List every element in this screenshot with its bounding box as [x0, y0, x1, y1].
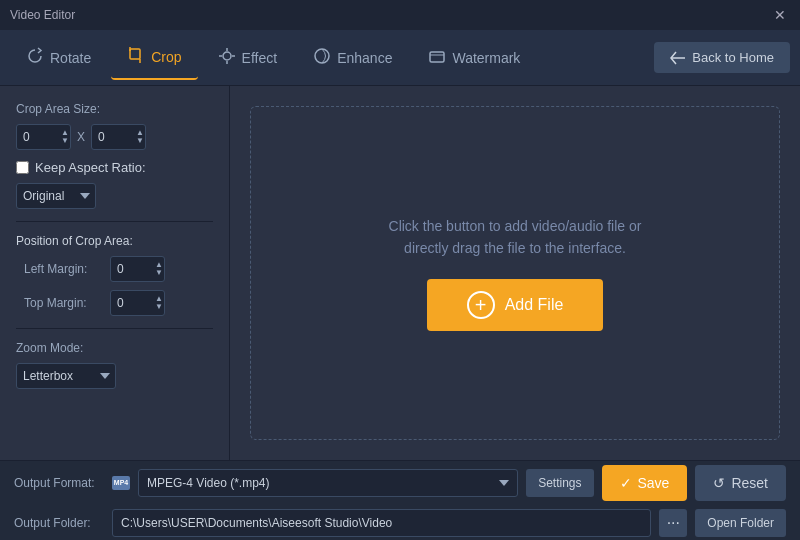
keep-aspect-checkbox[interactable]	[16, 161, 29, 174]
dots-icon: ···	[667, 514, 680, 532]
save-label: Save	[638, 475, 670, 491]
check-icon: ✓	[620, 475, 632, 491]
tabbar: Rotate Crop Effect Enhance Watermark Bac…	[0, 30, 800, 86]
enhance-icon	[313, 47, 331, 69]
main-content: Crop Area Size: ▲ ▼ X ▲ ▼ Keep Aspect Ra…	[0, 86, 800, 460]
svg-point-3	[223, 52, 231, 60]
top-margin-label: Top Margin:	[24, 296, 104, 310]
refresh-icon: ↺	[713, 475, 725, 491]
position-label: Position of Crop Area:	[16, 234, 213, 248]
left-margin-row: Left Margin: ▲ ▼	[16, 256, 213, 282]
keep-aspect-label: Keep Aspect Ratio:	[35, 160, 146, 175]
zoom-select-row: Letterbox	[16, 363, 213, 389]
tab-effect-label: Effect	[242, 50, 278, 66]
crop-width-spinners: ▲ ▼	[61, 126, 69, 148]
plus-circle-icon: +	[467, 291, 495, 319]
svg-rect-0	[130, 49, 140, 59]
back-button-label: Back to Home	[692, 50, 774, 65]
tab-enhance-label: Enhance	[337, 50, 392, 66]
folder-label: Output Folder:	[14, 516, 104, 530]
keep-aspect-row: Keep Aspect Ratio:	[16, 160, 213, 175]
add-file-button[interactable]: + Add File	[427, 279, 604, 331]
tab-rotate[interactable]: Rotate	[10, 36, 107, 80]
format-select[interactable]: MPEG-4 Video (*.mp4)	[138, 469, 518, 497]
effect-icon	[218, 47, 236, 69]
app-title: Video Editor	[10, 8, 75, 22]
open-folder-label: Open Folder	[707, 516, 774, 530]
tab-watermark[interactable]: Watermark	[412, 36, 536, 80]
drop-text: Click the button to add video/audio file…	[389, 215, 642, 260]
left-margin-wrapper: ▲ ▼	[110, 256, 165, 282]
crop-height-wrapper: ▲ ▼	[91, 124, 146, 150]
folder-path-input[interactable]	[112, 509, 651, 537]
mp4-icon: MP4	[112, 476, 130, 490]
browse-folder-button[interactable]: ···	[659, 509, 687, 537]
format-label: Output Format:	[14, 476, 104, 490]
zoom-mode-label: Zoom Mode:	[16, 341, 213, 355]
right-panel: Click the button to add video/audio file…	[230, 86, 800, 460]
aspect-ratio-select[interactable]: Original	[16, 183, 96, 209]
close-button[interactable]: ✕	[770, 5, 790, 25]
folder-row: Output Folder: ··· Open Folder	[14, 509, 786, 537]
divider-2	[16, 328, 213, 329]
tab-crop-label: Crop	[151, 49, 181, 65]
tab-enhance[interactable]: Enhance	[297, 36, 408, 80]
svg-point-8	[315, 49, 329, 63]
divider-1	[16, 221, 213, 222]
zoom-mode-select[interactable]: Letterbox	[16, 363, 116, 389]
left-margin-spinners: ▲ ▼	[155, 258, 163, 280]
left-margin-label: Left Margin:	[24, 262, 104, 276]
top-margin-spinners: ▲ ▼	[155, 292, 163, 314]
watermark-icon	[428, 47, 446, 69]
rotate-icon	[26, 47, 44, 69]
reset-label: Reset	[731, 475, 768, 491]
open-folder-button[interactable]: Open Folder	[695, 509, 786, 537]
top-margin-wrapper: ▲ ▼	[110, 290, 165, 316]
crop-area-size-label: Crop Area Size:	[16, 102, 213, 116]
crop-height-spinners: ▲ ▼	[136, 126, 144, 148]
settings-label: Settings	[538, 476, 581, 490]
svg-rect-9	[430, 52, 444, 62]
titlebar: Video Editor ✕	[0, 0, 800, 30]
back-to-home-button[interactable]: Back to Home	[654, 42, 790, 73]
top-margin-row: Top Margin: ▲ ▼	[16, 290, 213, 316]
size-separator: X	[77, 130, 85, 144]
save-button[interactable]: ✓ Save	[602, 465, 688, 501]
width-down-arrow[interactable]: ▼	[61, 137, 69, 145]
tab-crop[interactable]: Crop	[111, 36, 197, 80]
bottom-actions: ✓ Save ↺ Reset	[602, 465, 787, 501]
format-row: Output Format: MP4 MPEG-4 Video (*.mp4) …	[14, 465, 786, 501]
settings-button[interactable]: Settings	[526, 469, 593, 497]
lm-down-arrow[interactable]: ▼	[155, 269, 163, 277]
aspect-select-row: Original	[16, 183, 213, 209]
reset-button[interactable]: ↺ Reset	[695, 465, 786, 501]
tab-watermark-label: Watermark	[452, 50, 520, 66]
crop-size-row: ▲ ▼ X ▲ ▼	[16, 124, 213, 150]
tab-effect[interactable]: Effect	[202, 36, 294, 80]
drop-area[interactable]: Click the button to add video/audio file…	[250, 106, 780, 440]
crop-width-wrapper: ▲ ▼	[16, 124, 71, 150]
height-down-arrow[interactable]: ▼	[136, 137, 144, 145]
add-file-label: Add File	[505, 296, 564, 314]
crop-icon	[127, 46, 145, 68]
tm-down-arrow[interactable]: ▼	[155, 303, 163, 311]
left-panel: Crop Area Size: ▲ ▼ X ▲ ▼ Keep Aspect Ra…	[0, 86, 230, 460]
tab-rotate-label: Rotate	[50, 50, 91, 66]
bottom-bar: Output Format: MP4 MPEG-4 Video (*.mp4) …	[0, 460, 800, 540]
